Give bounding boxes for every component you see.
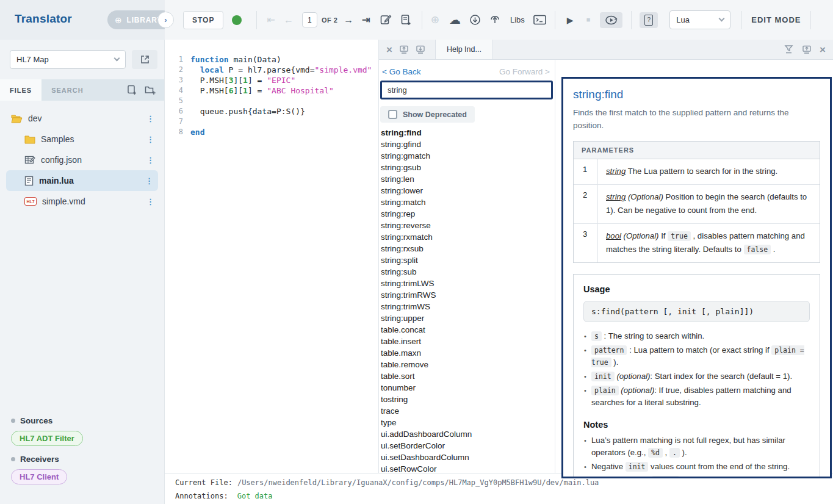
- close-icon[interactable]: ×: [820, 45, 826, 55]
- editor-line[interactable]: 8end: [165, 127, 378, 137]
- project-select[interactable]: HL7 Map: [10, 50, 126, 69]
- editor-line[interactable]: 2 local P = hl7.parse{vmd="simple.vmd": [165, 65, 378, 75]
- tree-item-config-json[interactable]: config.json ⋮: [0, 149, 164, 170]
- receiver-badge[interactable]: HL7 Client: [11, 469, 67, 484]
- help-index-item[interactable]: string:rep: [381, 208, 554, 220]
- first-message-icon[interactable]: ⇤: [267, 15, 275, 25]
- kebab-menu-icon[interactable]: ⋮: [145, 176, 153, 185]
- help-index-item[interactable]: string:gsub: [381, 162, 554, 173]
- tree-item-simple-vmd[interactable]: HL7 simple.vmd ⋮: [0, 191, 164, 212]
- pull-icon[interactable]: [469, 14, 481, 26]
- kebab-menu-icon[interactable]: ⋮: [146, 156, 154, 165]
- folder-icon: [24, 135, 35, 144]
- tree-item-samples[interactable]: Samples ⋮: [0, 129, 164, 149]
- kebab-menu-icon[interactable]: ⋮: [146, 197, 154, 206]
- edit-sample-icon[interactable]: [380, 14, 392, 26]
- edit-mode-label[interactable]: EDIT MODE: [751, 15, 801, 24]
- receivers-heading: Receivers: [11, 455, 164, 464]
- help-index-item[interactable]: table.sort: [381, 370, 554, 382]
- show-deprecated-control[interactable]: Show Deprecated: [380, 106, 475, 123]
- help-search-input[interactable]: [380, 81, 553, 99]
- help-index-item[interactable]: string:trimWS: [381, 301, 554, 312]
- add-folder-icon[interactable]: [145, 85, 156, 95]
- collapse-sidebar-button[interactable]: ›: [157, 12, 174, 28]
- stop-button[interactable]: STOP: [183, 11, 223, 29]
- libs-button[interactable]: Libs: [510, 15, 525, 24]
- chevron-down-icon: [114, 56, 120, 62]
- help-index-item[interactable]: string:rxmatch: [381, 231, 554, 243]
- help-index-item[interactable]: string:rxsub: [381, 243, 554, 254]
- auto-run-toggle[interactable]: [600, 12, 622, 28]
- current-file-path: /Users/nweidenfeld/Library/IguanaX/confi…: [237, 478, 599, 487]
- help-index-item[interactable]: string:upper: [381, 312, 554, 324]
- tree-item-label: dev: [28, 113, 42, 123]
- help-toggle-button[interactable]: ?: [640, 12, 658, 28]
- help-index-item[interactable]: string:sub: [381, 266, 554, 278]
- help-index-item[interactable]: string:split: [381, 254, 554, 266]
- popout-up-icon[interactable]: [399, 45, 409, 54]
- help-index-item[interactable]: ui.addDashboardColumn: [381, 428, 554, 440]
- help-index-item[interactable]: string:find: [381, 127, 554, 139]
- help-index-item[interactable]: table.remove: [381, 359, 554, 370]
- help-book-icon: ?: [644, 15, 653, 26]
- next-message-icon[interactable]: →: [344, 15, 353, 25]
- tab-files[interactable]: FILES: [0, 79, 41, 101]
- editor-line[interactable]: 4 P.MSH[6][1] = "ABC Hospital": [165, 85, 378, 96]
- help-index-item[interactable]: table.maxn: [381, 347, 554, 359]
- help-index-item[interactable]: table.insert: [381, 336, 554, 347]
- add-sample-icon[interactable]: [400, 14, 412, 26]
- help-index-item[interactable]: string:gfind: [381, 139, 554, 150]
- editor-line[interactable]: 5: [165, 96, 378, 106]
- parameter-text: bool (Optional) If true , disables patte…: [598, 224, 820, 262]
- chevron-right-icon: ›: [164, 15, 167, 24]
- current-file-label: Current File:: [175, 478, 233, 487]
- deprecated-checkbox[interactable]: [388, 110, 397, 119]
- go-back-link[interactable]: < Go Back: [382, 67, 420, 76]
- popout-window-icon[interactable]: [802, 45, 812, 54]
- message-number-input[interactable]: [302, 12, 317, 27]
- dock-filter-icon[interactable]: [784, 45, 794, 54]
- help-index-item[interactable]: string:lower: [381, 185, 554, 196]
- tree-item-dev[interactable]: dev ⋮: [0, 108, 164, 129]
- editor-line[interactable]: 6 queue.push{data=P:S()}: [165, 106, 378, 117]
- help-index-item[interactable]: string:gmatch: [381, 150, 554, 162]
- close-icon[interactable]: ×: [386, 45, 392, 55]
- add-file-icon[interactable]: [127, 85, 137, 95]
- help-index-item[interactable]: string:len: [381, 173, 554, 185]
- help-index-item[interactable]: trace: [381, 405, 554, 417]
- stop-script-icon[interactable]: ■: [586, 16, 591, 23]
- help-index-item[interactable]: tostring: [381, 394, 554, 405]
- code-editor[interactable]: 1function main(Data)2 local P = hl7.pars…: [165, 40, 378, 473]
- run-script-icon[interactable]: ▶: [567, 16, 574, 24]
- help-index-item[interactable]: table.concat: [381, 324, 554, 336]
- help-index-item[interactable]: ui.setDashboardColumn: [381, 452, 554, 463]
- last-message-icon[interactable]: ⇥: [362, 15, 370, 25]
- tab-help-index[interactable]: Help Ind...: [435, 40, 493, 59]
- open-external-button[interactable]: [132, 50, 157, 69]
- help-index-item[interactable]: string:match: [381, 196, 554, 208]
- language-select[interactable]: Lua: [669, 10, 730, 29]
- annotations-value[interactable]: Got data: [237, 492, 273, 500]
- help-index-item[interactable]: string:trimRWS: [381, 289, 554, 301]
- help-index-item[interactable]: string:reverse: [381, 220, 554, 231]
- help-index-item[interactable]: type: [381, 417, 554, 428]
- editor-line[interactable]: 1function main(Data): [165, 54, 378, 65]
- help-index-item[interactable]: ui.setRowColor: [381, 463, 554, 472]
- editor-line[interactable]: 7: [165, 117, 378, 127]
- add-circle-icon[interactable]: ⊕: [431, 15, 439, 25]
- prev-message-icon[interactable]: ←: [284, 15, 294, 25]
- tab-search[interactable]: SEARCH: [41, 79, 93, 101]
- terminal-icon[interactable]: [533, 15, 546, 25]
- help-index-item[interactable]: string:trimLWS: [381, 278, 554, 289]
- kebab-menu-icon[interactable]: ⋮: [146, 135, 154, 144]
- editor-line[interactable]: 3 P.MSH[3][1] = "EPIC": [165, 75, 378, 85]
- tree-item-main-lua[interactable]: main.lua ⋮: [6, 170, 158, 191]
- editor-lines: 1function main(Data)2 local P = hl7.pars…: [165, 54, 378, 137]
- cloud-icon[interactable]: ☁: [449, 14, 461, 26]
- popin-down-icon[interactable]: [416, 45, 425, 54]
- push-icon[interactable]: [489, 14, 500, 26]
- help-index-item[interactable]: ui.setBorderColor: [381, 440, 554, 452]
- help-index-item[interactable]: tonumber: [381, 382, 554, 394]
- source-badge[interactable]: HL7 ADT Filter: [11, 431, 83, 446]
- kebab-menu-icon[interactable]: ⋮: [146, 114, 154, 123]
